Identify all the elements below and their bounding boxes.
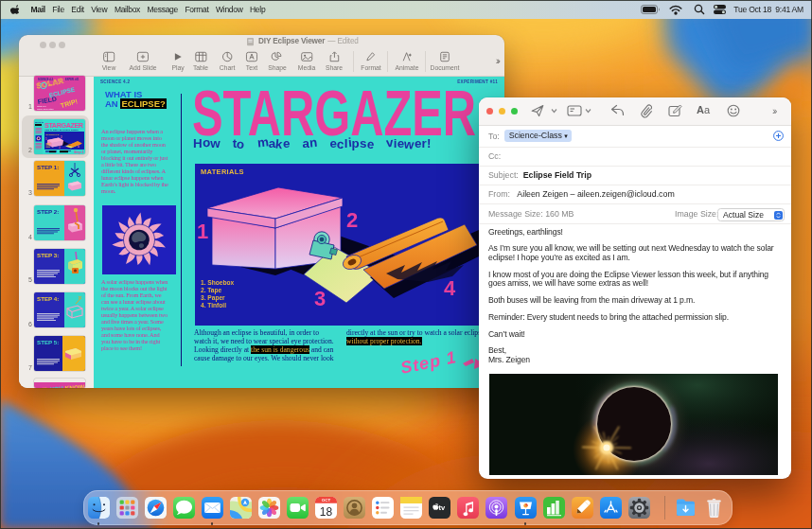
- svg-text:Class: Elementary: Class: Elementary: [37, 108, 55, 110]
- svg-text:STARGAZER: STARGAZER: [192, 77, 476, 139]
- svg-text:2: 2: [346, 208, 358, 232]
- svg-text:STEP 2:: STEP 2:: [37, 208, 59, 215]
- svg-text:18: 18: [319, 505, 332, 519]
- svg-text:4: 4: [78, 145, 79, 149]
- svg-text:EXPER. #11: EXPER. #11: [65, 78, 79, 81]
- svg-text:STEP 4:: STEP 4:: [37, 295, 59, 302]
- svg-text:STEP 5:: STEP 5:: [37, 339, 59, 345]
- svg-text:1: 1: [45, 137, 47, 141]
- svg-text:MATERIALS: MATERIALS: [46, 133, 60, 136]
- svg-text:tv: tv: [439, 503, 446, 512]
- svg-text:3: 3: [314, 287, 326, 310]
- svg-text:STEP 1:: STEP 1:: [37, 164, 59, 170]
- svg-text:Step 1: Step 1: [74, 150, 84, 154]
- svg-text:OCT: OCT: [321, 498, 330, 503]
- svg-text:WHAT IS: WHAT IS: [35, 121, 44, 123]
- svg-text:3: 3: [59, 146, 61, 150]
- svg-text:How to make an eclipse viewer!: How to make an eclipse viewer!: [44, 129, 79, 132]
- svg-text:1: 1: [197, 220, 208, 243]
- svg-text:STEP 3:: STEP 3:: [37, 252, 59, 258]
- svg-text:4: 4: [444, 276, 456, 300]
- svg-text:2: 2: [61, 135, 62, 139]
